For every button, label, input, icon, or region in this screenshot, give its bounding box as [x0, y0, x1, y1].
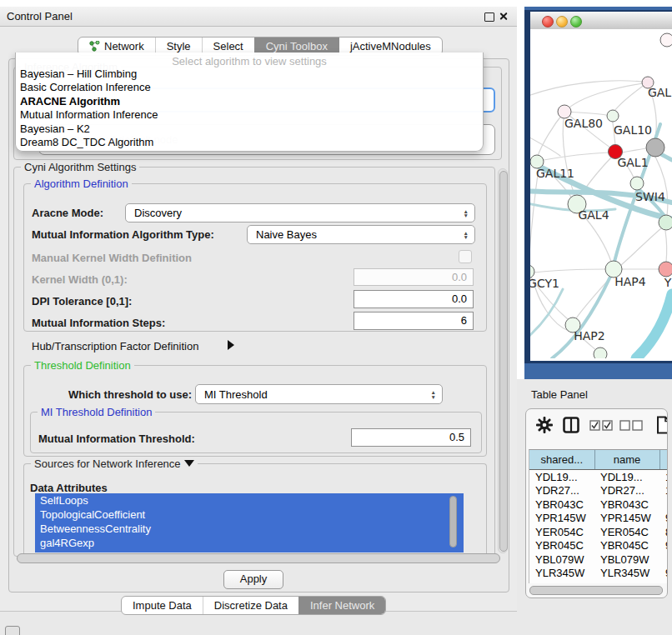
table-cell[interactable]: YER054C	[594, 525, 659, 539]
table-cell[interactable]: YIL053C	[529, 580, 594, 583]
network-node[interactable]	[659, 215, 672, 230]
scrollbar-thumb[interactable]	[17, 553, 500, 563]
column-header-name[interactable]: name	[594, 450, 659, 470]
table-cell[interactable]: 13	[659, 470, 668, 484]
table-row[interactable]: YLR345WYLR345W9.	[529, 567, 668, 581]
algorithm-option-dream8-dc-tdc-algorithm[interactable]: Dream8 DC_TDC Algorithm	[16, 136, 483, 149]
columns-icon[interactable]	[563, 417, 579, 433]
table-row[interactable]: YER054CYER054C8.	[529, 525, 668, 539]
attribute-item-selfloops[interactable]: SelfLoops	[35, 493, 464, 508]
network-window-titlebar[interactable]	[530, 12, 672, 30]
algorithm-option-bayesian-hill-climbing[interactable]: Bayesian – Hill Climbing	[16, 68, 483, 81]
table-cell[interactable]: YBL079W	[594, 552, 659, 567]
network-canvas[interactable]: GALGAL80GAL10GAL1GAL11SWI4GAL4GCY1HAP4YH…	[530, 29, 672, 361]
table-cell[interactable]: YBR045C	[529, 539, 594, 553]
which-threshold-combo[interactable]: MI Threshold ▲▼	[195, 384, 443, 404]
table-cell[interactable]: YPR145W	[529, 512, 594, 526]
list-scrollbar-thumb[interactable]	[449, 496, 457, 548]
settings-horizontal-scrollbar[interactable]	[17, 553, 500, 562]
tab-impute-data[interactable]: Impute Data	[122, 597, 203, 614]
table-cell[interactable]: YDR27...	[529, 484, 594, 498]
zoom-traffic-light[interactable]	[570, 16, 582, 28]
table-cell[interactable]: YIL053C	[594, 580, 659, 583]
network-node[interactable]	[646, 138, 664, 157]
close-traffic-light[interactable]	[542, 16, 554, 28]
table-cell[interactable]: YBR043C	[529, 498, 594, 512]
network-node[interactable]	[660, 33, 672, 47]
docked-panel-icon[interactable]	[5, 626, 20, 635]
attribute-item-topologicalcoefficient[interactable]: TopologicalCoefficient	[35, 508, 464, 522]
table-cell[interactable]: YBR045C	[594, 539, 659, 553]
table-cell[interactable]: 9.	[659, 512, 668, 526]
network-edge[interactable]	[552, 277, 610, 358]
table-row[interactable]: YBR045CYBR045C9.	[529, 539, 668, 553]
network-edge[interactable]	[538, 112, 564, 156]
network-edge[interactable]	[612, 82, 648, 114]
table-cell[interactable]: YBR043C	[594, 498, 659, 512]
expander-arrow-icon[interactable]	[228, 340, 234, 350]
network-node-swi4[interactable]	[630, 177, 644, 190]
network-edge[interactable]	[564, 82, 648, 112]
scrollbar-thumb[interactable]	[499, 171, 508, 552]
table-row[interactable]: YDR27...YDR27...12	[529, 484, 668, 498]
select-all-icon[interactable]	[589, 420, 613, 431]
table-cell[interactable]: 9	[659, 580, 668, 583]
network-window[interactable]: GALGAL80GAL10GAL1GAL11SWI4GAL4GCY1HAP4YH…	[524, 10, 672, 363]
float-window-icon[interactable]	[484, 12, 494, 22]
table-cell[interactable]: 12	[659, 484, 668, 498]
network-edge[interactable]	[621, 148, 647, 152]
document-icon[interactable]	[656, 416, 668, 434]
scrollbar-thumb[interactable]	[529, 586, 663, 595]
table-row[interactable]: YPR145WYPR145W9.	[529, 512, 668, 526]
table-row[interactable]: YBR043CYBR043C	[529, 498, 668, 512]
gear-icon[interactable]	[536, 417, 553, 433]
table-cell[interactable]: 9.	[659, 567, 668, 581]
sources-title[interactable]: Sources for Network Inference	[31, 458, 198, 470]
network-node[interactable]	[594, 348, 607, 358]
column-header-a[interactable]: A	[659, 450, 668, 470]
network-edge[interactable]	[530, 81, 642, 98]
tab-discretize-data[interactable]: Discretize Data	[203, 597, 298, 614]
network-node-y[interactable]	[659, 262, 672, 277]
table-cell[interactable]: YPR145W	[594, 512, 659, 526]
table-cell[interactable]: YDL19...	[594, 470, 659, 484]
network-edge[interactable]	[665, 231, 667, 262]
network-edge[interactable]	[530, 134, 560, 156]
attribute-item-gal4rgexp[interactable]: gal4RGexp	[35, 536, 464, 550]
minimize-traffic-light[interactable]	[556, 16, 568, 28]
aracne-mode-combo[interactable]: Discovery ▲▼	[125, 203, 475, 222]
table-cell[interactable]	[659, 498, 668, 512]
settings-vertical-scrollbar[interactable]	[498, 168, 508, 553]
algorithm-option-mutual-information-inference[interactable]: Mutual Information Inference	[16, 108, 483, 122]
network-edge[interactable]	[534, 269, 606, 272]
table-horizontal-scrollbar[interactable]	[529, 586, 663, 594]
mi-type-combo[interactable]: Naive Bayes ▲▼	[247, 225, 475, 244]
data-attributes-list[interactable]: SelfLoopsTopologicalCoefficientBetweenne…	[35, 493, 464, 552]
table-cell[interactable]: 8.	[659, 525, 668, 539]
table-cell[interactable]: YLR345W	[529, 567, 594, 581]
deselect-all-icon[interactable]	[619, 420, 643, 431]
algorithm-option-basic-correlation-inference[interactable]: Basic Correlation Inference	[16, 81, 483, 94]
table-row[interactable]: YIL053CYIL053C9	[529, 580, 668, 583]
table-cell[interactable]: YDL19...	[529, 470, 594, 484]
table-row[interactable]: YBL079WYBL079W	[529, 552, 668, 567]
table-cell[interactable]: YBL079W	[529, 552, 594, 567]
collapse-arrow-icon[interactable]	[184, 460, 194, 467]
network-edge[interactable]	[530, 168, 539, 265]
mi-threshold-field[interactable]: 0.5	[351, 428, 471, 447]
table-cell[interactable]: 9.	[659, 539, 668, 553]
network-edge[interactable]	[544, 152, 609, 160]
network-edge[interactable]	[621, 228, 661, 265]
network-node-gal10[interactable]	[607, 110, 619, 122]
algorithm-option-bayesian-k2[interactable]: Bayesian – K2	[16, 122, 483, 136]
table-cell[interactable]: YDR27...	[594, 484, 659, 498]
close-icon[interactable]	[499, 12, 508, 21]
table-cell[interactable]: YLR345W	[594, 567, 659, 581]
hub-expander-label[interactable]: Hub/Transcription Factor Definition	[32, 340, 198, 352]
attribute-item-betweennesscentrality[interactable]: BetweennessCentrality	[35, 522, 464, 536]
mi-steps-field[interactable]: 6	[354, 312, 474, 330]
algorithm-option-aracne-algorithm[interactable]: ARACNE Algorithm	[16, 95, 483, 108]
column-header-shared[interactable]: shared...	[529, 450, 594, 470]
table-cell[interactable]: YER054C	[529, 525, 594, 539]
network-edge[interactable]	[636, 294, 672, 358]
